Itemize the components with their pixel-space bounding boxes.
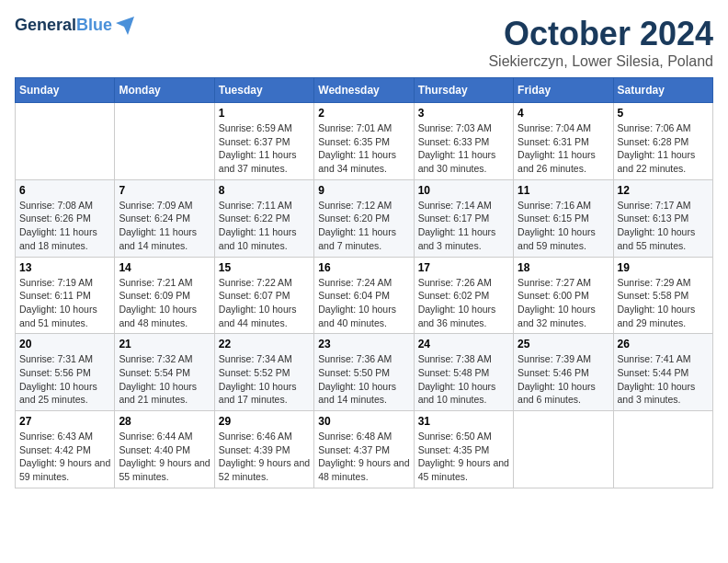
day-number: 4 <box>518 107 609 120</box>
day-number: 15 <box>219 261 310 274</box>
day-info: Sunrise: 6:50 AM Sunset: 4:35 PM Dayligh… <box>418 430 509 484</box>
calendar-cell: 10Sunrise: 7:14 AM Sunset: 6:17 PM Dayli… <box>414 179 513 257</box>
day-number: 13 <box>19 261 110 274</box>
calendar-cell: 13Sunrise: 7:19 AM Sunset: 6:11 PM Dayli… <box>16 257 115 334</box>
day-number: 30 <box>318 415 409 428</box>
calendar-cell <box>16 103 115 180</box>
day-number: 29 <box>219 415 310 428</box>
calendar-cell <box>115 103 214 180</box>
weekday-header: Tuesday <box>214 78 313 103</box>
day-info: Sunrise: 6:46 AM Sunset: 4:39 PM Dayligh… <box>219 430 310 484</box>
day-info: Sunrise: 7:08 AM Sunset: 6:26 PM Dayligh… <box>19 199 110 253</box>
day-info: Sunrise: 7:24 AM Sunset: 6:04 PM Dayligh… <box>318 276 409 330</box>
day-number: 16 <box>318 261 409 274</box>
day-number: 22 <box>219 338 310 350</box>
day-info: Sunrise: 6:43 AM Sunset: 4:42 PM Dayligh… <box>19 430 110 484</box>
logo-bird-icon <box>114 15 136 37</box>
calendar-cell: 22Sunrise: 7:34 AM Sunset: 5:52 PM Dayli… <box>214 334 313 411</box>
calendar-cell: 17Sunrise: 7:26 AM Sunset: 6:02 PM Dayli… <box>414 257 513 334</box>
calendar-cell: 16Sunrise: 7:24 AM Sunset: 6:04 PM Dayli… <box>314 257 414 334</box>
day-info: Sunrise: 7:01 AM Sunset: 6:35 PM Dayligh… <box>318 121 409 176</box>
day-info: Sunrise: 7:31 AM Sunset: 5:56 PM Dayligh… <box>19 352 110 407</box>
title-block: October 2024 Siekierczyn, Lower Silesia,… <box>488 15 713 70</box>
day-number: 14 <box>119 261 210 274</box>
calendar-cell: 30Sunrise: 6:48 AM Sunset: 4:37 PM Dayli… <box>314 411 414 488</box>
day-number: 20 <box>19 338 110 350</box>
calendar-cell: 18Sunrise: 7:27 AM Sunset: 6:00 PM Dayli… <box>514 257 613 334</box>
day-number: 19 <box>618 261 709 274</box>
calendar-table: SundayMondayTuesdayWednesdayThursdayFrid… <box>15 77 713 488</box>
day-number: 9 <box>318 184 409 197</box>
day-info: Sunrise: 7:34 AM Sunset: 5:52 PM Dayligh… <box>219 352 310 407</box>
calendar-cell: 12Sunrise: 7:17 AM Sunset: 6:13 PM Dayli… <box>613 179 712 257</box>
day-number: 2 <box>318 107 409 120</box>
day-info: Sunrise: 7:16 AM Sunset: 6:15 PM Dayligh… <box>518 199 609 253</box>
calendar-cell: 7Sunrise: 7:09 AM Sunset: 6:24 PM Daylig… <box>115 179 214 257</box>
calendar-header: SundayMondayTuesdayWednesdayThursdayFrid… <box>16 78 713 103</box>
weekday-header: Friday <box>514 78 613 103</box>
day-number: 17 <box>418 261 509 274</box>
calendar-cell: 2Sunrise: 7:01 AM Sunset: 6:35 PM Daylig… <box>314 103 414 180</box>
day-info: Sunrise: 7:14 AM Sunset: 6:17 PM Dayligh… <box>418 199 509 253</box>
day-info: Sunrise: 7:29 AM Sunset: 5:58 PM Dayligh… <box>618 276 709 330</box>
day-number: 11 <box>518 184 609 197</box>
day-number: 6 <box>19 184 110 197</box>
day-number: 5 <box>618 107 709 120</box>
day-info: Sunrise: 7:38 AM Sunset: 5:48 PM Dayligh… <box>418 352 509 407</box>
day-number: 8 <box>219 184 310 197</box>
weekday-header: Sunday <box>16 78 115 103</box>
day-info: Sunrise: 7:11 AM Sunset: 6:22 PM Dayligh… <box>219 199 310 253</box>
calendar-cell: 29Sunrise: 6:46 AM Sunset: 4:39 PM Dayli… <box>214 411 313 488</box>
day-number: 21 <box>119 338 210 350</box>
day-info: Sunrise: 6:59 AM Sunset: 6:37 PM Dayligh… <box>219 121 310 176</box>
day-number: 10 <box>418 184 509 197</box>
day-number: 7 <box>119 184 210 197</box>
day-info: Sunrise: 7:22 AM Sunset: 6:07 PM Dayligh… <box>219 276 310 330</box>
calendar-cell <box>613 411 712 488</box>
calendar-cell: 21Sunrise: 7:32 AM Sunset: 5:54 PM Dayli… <box>115 334 214 411</box>
day-info: Sunrise: 7:19 AM Sunset: 6:11 PM Dayligh… <box>19 276 110 330</box>
day-info: Sunrise: 7:26 AM Sunset: 6:02 PM Dayligh… <box>418 276 509 330</box>
calendar-cell: 15Sunrise: 7:22 AM Sunset: 6:07 PM Dayli… <box>214 257 313 334</box>
month-title: October 2024 <box>488 15 713 53</box>
calendar-cell: 26Sunrise: 7:41 AM Sunset: 5:44 PM Dayli… <box>613 334 712 411</box>
day-number: 12 <box>618 184 709 197</box>
calendar-cell: 4Sunrise: 7:04 AM Sunset: 6:31 PM Daylig… <box>514 103 613 180</box>
location-subtitle: Siekierczyn, Lower Silesia, Poland <box>488 53 713 70</box>
day-number: 23 <box>318 338 409 350</box>
day-number: 31 <box>418 415 509 428</box>
calendar-cell: 23Sunrise: 7:36 AM Sunset: 5:50 PM Dayli… <box>314 334 414 411</box>
day-info: Sunrise: 7:41 AM Sunset: 5:44 PM Dayligh… <box>618 352 709 407</box>
calendar-cell: 14Sunrise: 7:21 AM Sunset: 6:09 PM Dayli… <box>115 257 214 334</box>
day-info: Sunrise: 6:44 AM Sunset: 4:40 PM Dayligh… <box>119 430 210 484</box>
calendar-cell: 5Sunrise: 7:06 AM Sunset: 6:28 PM Daylig… <box>613 103 712 180</box>
weekday-header: Saturday <box>613 78 712 103</box>
day-info: Sunrise: 7:12 AM Sunset: 6:20 PM Dayligh… <box>318 199 409 253</box>
day-info: Sunrise: 7:03 AM Sunset: 6:33 PM Dayligh… <box>418 121 509 176</box>
calendar-cell: 24Sunrise: 7:38 AM Sunset: 5:48 PM Dayli… <box>414 334 513 411</box>
day-info: Sunrise: 7:06 AM Sunset: 6:28 PM Dayligh… <box>618 121 709 176</box>
day-info: Sunrise: 6:48 AM Sunset: 4:37 PM Dayligh… <box>318 430 409 484</box>
page-header: GeneralBlue October 2024 Siekierczyn, Lo… <box>15 15 713 70</box>
calendar-cell: 3Sunrise: 7:03 AM Sunset: 6:33 PM Daylig… <box>414 103 513 180</box>
day-info: Sunrise: 7:04 AM Sunset: 6:31 PM Dayligh… <box>518 121 609 176</box>
day-info: Sunrise: 7:27 AM Sunset: 6:00 PM Dayligh… <box>518 276 609 330</box>
weekday-header: Wednesday <box>314 78 414 103</box>
day-info: Sunrise: 7:21 AM Sunset: 6:09 PM Dayligh… <box>119 276 210 330</box>
calendar-cell: 1Sunrise: 6:59 AM Sunset: 6:37 PM Daylig… <box>214 103 313 180</box>
calendar-cell: 9Sunrise: 7:12 AM Sunset: 6:20 PM Daylig… <box>314 179 414 257</box>
calendar-cell: 25Sunrise: 7:39 AM Sunset: 5:46 PM Dayli… <box>514 334 613 411</box>
logo: GeneralBlue <box>15 15 136 37</box>
day-number: 25 <box>518 338 609 350</box>
calendar-cell: 6Sunrise: 7:08 AM Sunset: 6:26 PM Daylig… <box>16 179 115 257</box>
calendar-cell: 20Sunrise: 7:31 AM Sunset: 5:56 PM Dayli… <box>16 334 115 411</box>
day-info: Sunrise: 7:17 AM Sunset: 6:13 PM Dayligh… <box>618 199 709 253</box>
calendar-cell: 28Sunrise: 6:44 AM Sunset: 4:40 PM Dayli… <box>115 411 214 488</box>
weekday-header: Monday <box>115 78 214 103</box>
logo-text: GeneralBlue <box>15 17 112 35</box>
day-number: 26 <box>618 338 709 350</box>
calendar-cell <box>514 411 613 488</box>
day-info: Sunrise: 7:09 AM Sunset: 6:24 PM Dayligh… <box>119 199 210 253</box>
calendar-cell: 31Sunrise: 6:50 AM Sunset: 4:35 PM Dayli… <box>414 411 513 488</box>
day-info: Sunrise: 7:36 AM Sunset: 5:50 PM Dayligh… <box>318 352 409 407</box>
